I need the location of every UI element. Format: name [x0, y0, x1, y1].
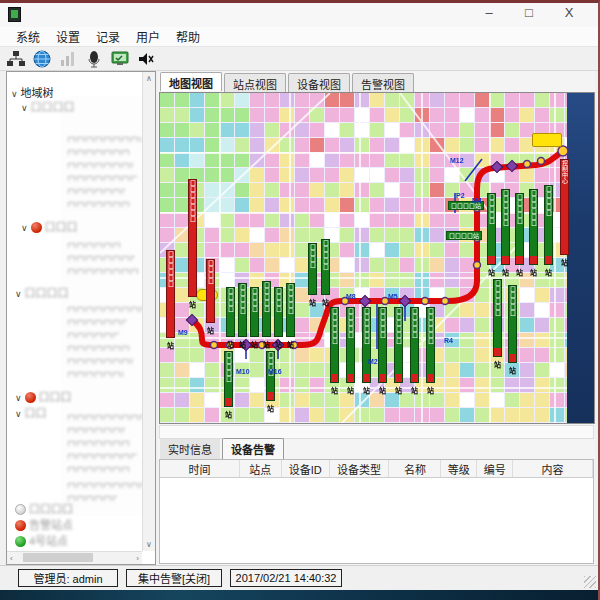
status-timestamp: 2017/02/21 14:40:32 [230, 569, 342, 587]
tab-设备视图[interactable]: 设备视图 [288, 73, 350, 92]
maximize-button[interactable]: □ [520, 5, 538, 20]
column-header-名称[interactable]: 名称 [389, 460, 441, 477]
tree-node[interactable]: ∨口口口口 [21, 98, 75, 114]
menu-settings[interactable]: 设置 [48, 26, 88, 47]
station-bar-label: 口口口口口口 [531, 190, 537, 256]
station-status-bar[interactable]: 口口口口口口 [501, 189, 510, 265]
menu-user[interactable]: 用户 [128, 26, 168, 47]
station-status-bar[interactable]: 口口口口口 [321, 239, 330, 295]
tree-node[interactable]: ∨口口口 [15, 388, 72, 404]
column-header-设备ID[interactable]: 设备ID [282, 460, 330, 477]
station-status-bar[interactable]: 口口口口口 [515, 193, 524, 265]
blurred-text-line: 口口口口口口口口 [67, 199, 131, 207]
blurred-text-line: 口口口口口口口口 [67, 147, 129, 155]
station-bar-label: 口口口口口 [264, 282, 270, 336]
station-status-bar[interactable]: 口口口口口口 [166, 250, 175, 338]
station-bar-label: 口口口口口口 [332, 308, 338, 374]
app-window: – □ X 系统 设置 记录 用户 帮助 [0, 0, 600, 600]
interchange-station-marker[interactable] [359, 295, 370, 306]
alarm-table[interactable]: 时间站点设备ID设备类型名称等级编号内容 [159, 459, 594, 564]
station-suffix-label: 站 [287, 339, 294, 349]
station-suffix-label: 站 [545, 267, 552, 277]
station-status-bar[interactable]: 口口口口 [274, 287, 283, 337]
blurred-text-line: 口口口口口口口口口 [67, 266, 139, 274]
column-header-等级[interactable]: 等级 [441, 460, 477, 477]
legend-item[interactable]: 4号站点 [15, 532, 68, 548]
station-status-bar[interactable]: 口口口口 [206, 259, 215, 323]
station-status-bar[interactable]: 口口口口口口口 [188, 179, 197, 297]
menu-system[interactable]: 系统 [8, 26, 48, 47]
tab-告警视图[interactable]: 告警视图 [352, 73, 414, 92]
station-status-bar[interactable]: 口口口口口 [544, 185, 553, 265]
microphone-icon[interactable] [84, 49, 104, 69]
station-bar-label: 口口口口 [276, 288, 282, 336]
menu-records[interactable]: 记录 [88, 26, 128, 47]
tree-node[interactable]: ∨口口口口 [15, 284, 69, 300]
station-status-bar[interactable]: 口口口口 [308, 243, 317, 295]
column-header-设备类型[interactable]: 设备类型 [330, 460, 390, 477]
topology-icon[interactable] [6, 49, 26, 69]
station-status-bar[interactable]: 口口口口口 [224, 351, 233, 407]
scrollbar-thumb[interactable] [23, 553, 93, 562]
column-header-内容[interactable]: 内容 [513, 460, 593, 477]
station-status-bar[interactable]: 口口口口口 [378, 307, 387, 383]
line-code-label: M2 [368, 358, 378, 365]
station-suffix-label: 站 [411, 385, 418, 395]
station-status-bar[interactable]: 控制中心 [560, 159, 569, 255]
station-status-bar[interactable]: 口口口口 [266, 351, 275, 401]
tab-地图视图[interactable]: 地图视图 [160, 72, 222, 91]
tree-vertical-scrollbar[interactable]: ∧∨ [142, 72, 155, 551]
interchange-station-marker[interactable] [399, 295, 410, 306]
blurred-text-line: 口口口口口口口口口 [67, 253, 135, 261]
station-status-bar[interactable]: 口口口口口口 [362, 307, 371, 383]
blurred-text-line: 口口口口口口口 [67, 186, 125, 194]
station-marker[interactable] [211, 342, 218, 349]
main-panel: 地图视图站点视图设备视图告警视图 口口口口口口站口口口口口口口站口口口口站口口口… [158, 71, 595, 565]
station-status-bar[interactable]: 口口口口口 [410, 307, 419, 383]
map-view[interactable]: 口口口口口口站口口口口口口口站口口口口站口口口口站口口口口口站口口口口站口口口口… [159, 92, 595, 424]
minimize-button[interactable]: – [480, 5, 498, 20]
tree-node[interactable]: ∨口口口 [21, 218, 78, 234]
station-status-bar[interactable]: 口口口口 [226, 287, 235, 337]
station-marker[interactable] [558, 146, 568, 156]
station-status-bar[interactable]: 口口口口口口 [529, 189, 538, 265]
column-header-站点[interactable]: 站点 [240, 460, 282, 477]
station-status-bar[interactable]: 口口口口口口 [394, 307, 403, 383]
legend-item[interactable]: 口口口口 [15, 500, 73, 516]
station-marker[interactable] [442, 298, 449, 305]
close-button[interactable]: X [560, 5, 578, 20]
resize-grip[interactable] [584, 576, 596, 588]
line-code-label: M16 [268, 368, 282, 375]
station-status-bar[interactable]: 口口口口 [250, 287, 259, 337]
station-marker[interactable] [538, 158, 545, 165]
station-marker[interactable] [524, 161, 531, 168]
tab-设备告警[interactable]: 设备告警 [222, 438, 284, 459]
tree-node[interactable]: ∨口口 [15, 404, 47, 420]
station-status-bar[interactable]: 口口口口口口 [426, 307, 435, 383]
signal-icon[interactable] [58, 49, 78, 69]
globe-icon[interactable] [32, 49, 52, 69]
station-marker[interactable] [474, 262, 481, 269]
station-suffix-label: 站 [207, 325, 214, 335]
station-status-bar[interactable]: 口口口口口 [508, 285, 517, 363]
station-status-bar[interactable]: 口口口口口 [238, 283, 247, 337]
station-status-bar[interactable]: 口口口口口 [487, 193, 496, 265]
station-status-bar[interactable]: 口口口口口口 [493, 279, 502, 357]
tab-实时信息[interactable]: 实时信息 [160, 439, 220, 459]
station-status-bar[interactable]: 口口口口口 [262, 281, 271, 337]
station-suffix-label: 站 [347, 385, 354, 395]
menu-help[interactable]: 帮助 [168, 26, 208, 47]
column-header-时间[interactable]: 时间 [160, 460, 240, 477]
station-marker[interactable] [422, 298, 429, 305]
station-status-bar[interactable]: 口口口口口 [346, 307, 355, 383]
legend-item[interactable]: 告警站点 [15, 516, 73, 532]
station-status-bar[interactable]: 口口口口口 [286, 283, 295, 337]
tab-站点视图[interactable]: 站点视图 [224, 73, 286, 92]
bar-alarm-segment [488, 256, 495, 264]
station-status-bar[interactable]: 口口口口口口 [330, 307, 339, 383]
column-header-编号[interactable]: 编号 [477, 460, 513, 477]
blurred-text-line: 口口口口口口口口 [67, 356, 133, 364]
station-bar-label: 口口口口口 [546, 186, 552, 256]
monitor-icon[interactable] [110, 49, 130, 69]
speaker-icon[interactable] [136, 49, 156, 69]
